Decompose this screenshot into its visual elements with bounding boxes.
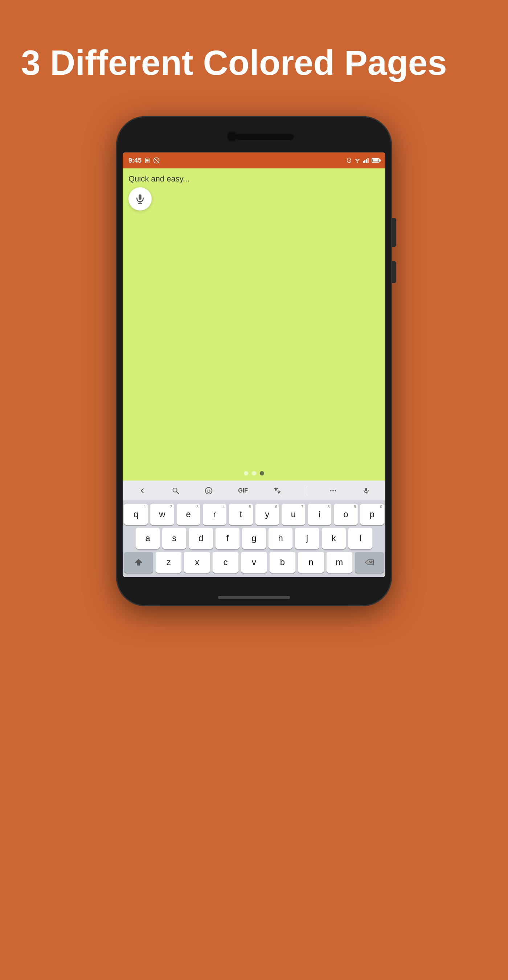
svg-point-23 [332, 490, 334, 492]
key-w[interactable]: w2 [150, 504, 174, 525]
keyboard-toolbar: GIF [123, 480, 385, 501]
svg-rect-13 [367, 158, 368, 163]
speaker [236, 134, 294, 140]
key-row-2: a s d f g h j k l [124, 528, 384, 549]
svg-point-21 [210, 489, 210, 490]
svg-rect-11 [364, 160, 365, 162]
svg-point-19 [205, 487, 212, 494]
keyboard-emoji-btn[interactable] [202, 485, 216, 496]
more-icon [329, 487, 337, 495]
dot-2[interactable] [252, 471, 256, 476]
svg-point-20 [207, 489, 208, 490]
key-v[interactable]: v [241, 552, 267, 573]
key-c[interactable]: c [213, 552, 238, 573]
keyboard-search-btn[interactable] [169, 485, 183, 496]
key-p[interactable]: p0 [360, 504, 384, 525]
status-bar-left: 9:45 [129, 157, 160, 164]
backspace-icon [365, 558, 374, 566]
back-arrow-icon [138, 487, 146, 495]
key-u[interactable]: u7 [282, 504, 305, 525]
emoji-icon [205, 487, 213, 495]
phone-mockup: 9:45 [116, 116, 392, 606]
sim-icon [144, 158, 150, 163]
wifi-icon [354, 158, 361, 163]
page-title: 3 Different Colored Pages [21, 43, 487, 82]
key-g[interactable]: g [242, 528, 266, 549]
search-icon [171, 487, 179, 495]
page-dots [244, 471, 264, 476]
microphone-icon [135, 194, 146, 204]
phone-screen: 9:45 [123, 153, 385, 577]
key-q[interactable]: q1 [124, 504, 148, 525]
keyboard-gif-btn[interactable]: GIF [235, 486, 251, 495]
key-m[interactable]: m [327, 552, 352, 573]
keyboard-mic-btn[interactable] [360, 485, 373, 496]
shift-icon [135, 558, 143, 566]
svg-point-9 [357, 162, 358, 162]
key-n[interactable]: n [298, 552, 324, 573]
svg-point-24 [335, 490, 337, 492]
key-d[interactable]: d [189, 528, 213, 549]
key-shift[interactable] [124, 552, 153, 573]
note-bottom [129, 184, 379, 214]
svg-point-22 [330, 490, 332, 492]
key-y[interactable]: y6 [256, 504, 279, 525]
note-text: Quick and easy... [129, 174, 379, 184]
key-o[interactable]: o9 [334, 504, 357, 525]
key-r[interactable]: r4 [203, 504, 226, 525]
key-backspace[interactable] [355, 552, 384, 573]
svg-line-6 [349, 161, 350, 161]
dot-3[interactable] [260, 471, 264, 476]
mic-icon [362, 487, 370, 495]
translate-icon [273, 487, 281, 495]
key-b[interactable]: b [270, 552, 295, 573]
status-bar: 9:45 [123, 153, 385, 169]
keyboard-more-btn[interactable] [326, 485, 340, 496]
key-t[interactable]: t5 [229, 504, 252, 525]
svg-line-18 [176, 492, 179, 494]
svg-rect-12 [366, 159, 367, 163]
toolbar-divider [305, 485, 305, 496]
svg-rect-14 [139, 194, 141, 200]
key-l[interactable]: l [348, 528, 372, 549]
key-j[interactable]: j [295, 528, 319, 549]
key-h[interactable]: h [268, 528, 292, 549]
key-e[interactable]: e3 [177, 504, 200, 525]
key-z[interactable]: z [156, 552, 181, 573]
keyboard-translate-btn[interactable] [270, 485, 284, 496]
svg-line-8 [350, 158, 351, 158]
key-k[interactable]: k [322, 528, 346, 549]
key-a[interactable]: a [136, 528, 160, 549]
phone-body: 9:45 [116, 116, 392, 606]
key-f[interactable]: f [216, 528, 240, 549]
status-bar-right [346, 158, 379, 163]
note-area[interactable]: Quick and easy... [123, 169, 385, 480]
battery-icon [371, 158, 379, 162]
keyboard-rows: q1 w2 e3 r4 t5 y6 u7 i8 o9 p0 a s [123, 501, 385, 577]
status-time: 9:45 [129, 157, 141, 164]
voice-button[interactable] [129, 187, 152, 210]
keyboard: GIF [123, 480, 385, 577]
key-row-1: q1 w2 e3 r4 t5 y6 u7 i8 o9 p0 [124, 504, 384, 525]
no-notification-icon [153, 157, 160, 164]
key-i[interactable]: i8 [308, 504, 331, 525]
key-s[interactable]: s [162, 528, 186, 549]
key-x[interactable]: x [184, 552, 210, 573]
svg-line-7 [347, 158, 348, 158]
svg-rect-10 [363, 161, 364, 163]
keyboard-back-btn[interactable] [135, 485, 149, 496]
phone-home-indicator [218, 596, 290, 599]
svg-line-3 [154, 158, 159, 162]
signal-icon [363, 158, 369, 163]
svg-rect-1 [146, 159, 149, 161]
dot-1[interactable] [244, 471, 248, 476]
alarm-icon [346, 158, 352, 163]
key-row-3: z x c v b n m [124, 552, 384, 573]
svg-rect-25 [365, 487, 367, 491]
